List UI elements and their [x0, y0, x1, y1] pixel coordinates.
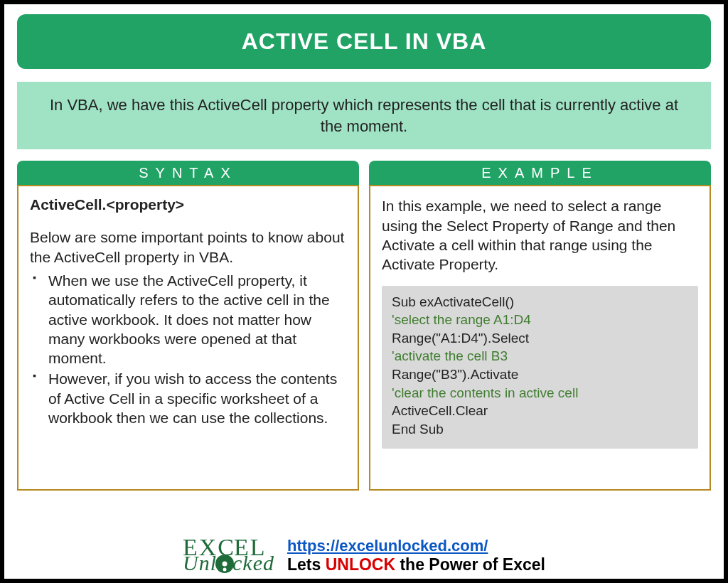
code-line: End Sub	[392, 420, 688, 439]
example-column: EXAMPLE In this example, we need to sele…	[369, 161, 711, 491]
syntax-points-list: When we use the ActiveCell property, it …	[30, 271, 346, 427]
tagline: Lets UNLOCK the Power of Excel	[287, 555, 545, 574]
code-line: Range("A1:D4").Select	[392, 329, 688, 348]
tagline-post: the Power of Excel	[395, 555, 545, 574]
syntax-column: SYNTAX ActiveCell.<property> Below are s…	[17, 161, 359, 491]
example-body: In this example, we need to select a ran…	[369, 185, 711, 491]
code-line: Sub exActivateCell()	[392, 293, 688, 311]
list-item: When we use the ActiveCell property, it …	[48, 271, 346, 368]
site-link[interactable]: https://excelunlocked.com/	[287, 537, 488, 555]
list-item: However, if you wish to access the conte…	[48, 369, 346, 427]
intro-box: In VBA, we have this ActiveCell property…	[17, 82, 711, 149]
syntax-signature: ActiveCell.<property>	[30, 196, 346, 213]
example-lead: In this example, we need to select a ran…	[382, 196, 698, 274]
example-heading: EXAMPLE	[369, 161, 711, 185]
code-comment: 'clear the contents in active cell	[392, 384, 688, 402]
code-line: Range("B3").Activate	[392, 365, 688, 384]
keyhole-icon	[215, 555, 234, 573]
code-comment: 'select the range A1:D4	[392, 311, 688, 329]
code-comment: 'activate the cell B3	[392, 347, 688, 365]
two-column-layout: SYNTAX ActiveCell.<property> Below are s…	[17, 161, 711, 491]
code-line: ActiveCell.Clear	[392, 402, 688, 420]
footer: EXCEL Unlcked https://excelunlocked.com/…	[4, 537, 724, 574]
syntax-lead: Below are some important points to know …	[30, 228, 346, 267]
syntax-body: ActiveCell.<property> Below are some imp…	[17, 185, 359, 491]
code-block: Sub exActivateCell()'select the range A1…	[382, 286, 698, 449]
brand-logo: EXCEL Unlcked	[183, 538, 274, 574]
page-title: ACTIVE CELL IN VBA	[17, 14, 711, 69]
tagline-highlight: UNLOCK	[326, 555, 395, 574]
syntax-heading: SYNTAX	[17, 161, 359, 185]
document-frame: ACTIVE CELL IN VBA In VBA, we have this …	[0, 0, 728, 583]
tagline-pre: Lets	[287, 555, 326, 574]
